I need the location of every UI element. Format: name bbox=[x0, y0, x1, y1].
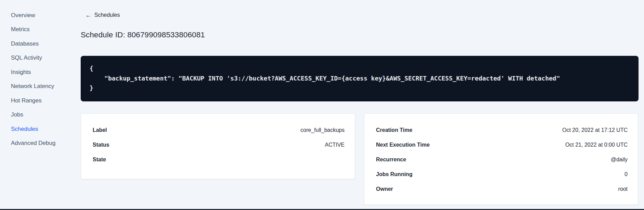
detail-row-owner: Owner root bbox=[376, 182, 628, 196]
detail-value: 0 bbox=[625, 171, 628, 177]
detail-row-status: Status ACTIVE bbox=[93, 137, 345, 152]
detail-value: Oct 21, 2022 at 0:00 UTC bbox=[565, 142, 628, 148]
sidebar-item-overview[interactable]: Overview bbox=[0, 8, 67, 23]
detail-value: Oct 20, 2022 at 17:12 UTC bbox=[562, 127, 628, 133]
detail-label: Next Execution Time bbox=[376, 142, 430, 148]
detail-label: Owner bbox=[376, 186, 393, 192]
sidebar-item-jobs[interactable]: Jobs bbox=[0, 108, 67, 122]
back-link-schedules[interactable]: ← Schedules bbox=[85, 12, 120, 18]
detail-row-creation-time: Creation Time Oct 20, 2022 at 17:12 UTC bbox=[376, 123, 628, 137]
back-link-label: Schedules bbox=[94, 12, 120, 18]
detail-row-recurrence: Recurrence @daily bbox=[376, 152, 628, 167]
detail-label: Jobs Running bbox=[376, 171, 413, 177]
detail-label: Label bbox=[93, 127, 107, 133]
detail-value: root bbox=[618, 186, 628, 192]
sidebar-item-schedules[interactable]: Schedules bbox=[0, 122, 67, 136]
code-line: { bbox=[90, 64, 630, 74]
detail-label: Recurrence bbox=[376, 157, 406, 163]
detail-row-label: Label core_full_backups bbox=[93, 123, 345, 137]
schedule-json-block: { "backup_statement": "BACKUP INTO 's3:/… bbox=[81, 56, 639, 101]
sidebar-item-insights[interactable]: Insights bbox=[0, 65, 67, 79]
detail-value: core_full_backups bbox=[300, 127, 345, 133]
sidebar-item-metrics[interactable]: Metrics bbox=[0, 23, 67, 37]
sidebar-item-advanced-debug[interactable]: Advanced Debug bbox=[0, 136, 67, 151]
sidebar-item-databases[interactable]: Databases bbox=[0, 37, 67, 51]
schedule-timing-card: Creation Time Oct 20, 2022 at 17:12 UTC … bbox=[364, 113, 638, 205]
code-line: "backup_statement": "BACKUP INTO 's3://b… bbox=[90, 74, 630, 84]
detail-label: State bbox=[93, 157, 106, 163]
detail-label: Creation Time bbox=[376, 127, 412, 133]
detail-label: Status bbox=[93, 142, 109, 148]
code-line: } bbox=[90, 83, 630, 93]
back-arrow-icon: ← bbox=[85, 12, 91, 18]
sidebar-item-network-latency[interactable]: Network Latency bbox=[0, 79, 67, 94]
detail-row-state: State bbox=[93, 152, 345, 167]
sidebar-item-hot-ranges[interactable]: Hot Ranges bbox=[0, 94, 67, 108]
page-title: Schedule ID: 806799098533806081 bbox=[81, 30, 205, 39]
detail-value: @daily bbox=[611, 157, 628, 163]
schedule-details-card: Label core_full_backups Status ACTIVE St… bbox=[81, 113, 355, 179]
detail-value: ACTIVE bbox=[325, 142, 345, 148]
sidebar-item-sql-activity[interactable]: SQL Activity bbox=[0, 51, 67, 65]
detail-row-next-execution-time: Next Execution Time Oct 21, 2022 at 0:00… bbox=[376, 137, 628, 152]
detail-row-jobs-running: Jobs Running 0 bbox=[376, 167, 628, 182]
sidebar-nav: Overview Metrics Databases SQL Activity … bbox=[0, 8, 67, 150]
